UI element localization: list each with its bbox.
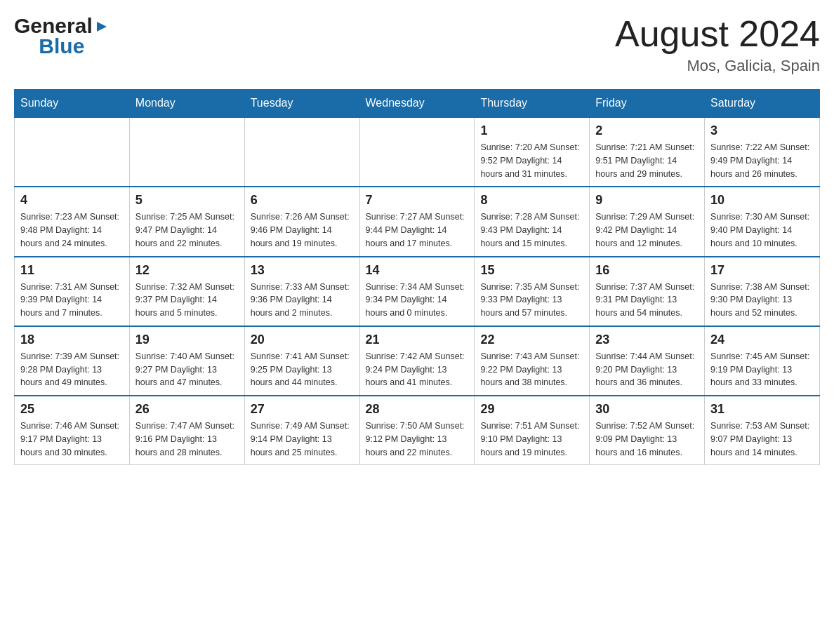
table-row: 1Sunrise: 7:20 AM Sunset: 9:52 PM Daylig… xyxy=(475,117,590,187)
table-row: 5Sunrise: 7:25 AM Sunset: 9:47 PM Daylig… xyxy=(129,187,244,256)
col-saturday: Saturday xyxy=(705,90,820,118)
title-section: August 2024 Mos, Galicia, Spain xyxy=(615,14,820,75)
day-info: Sunrise: 7:51 AM Sunset: 9:10 PM Dayligh… xyxy=(480,420,583,459)
table-row: 17Sunrise: 7:38 AM Sunset: 9:30 PM Dayli… xyxy=(705,257,820,326)
table-row: 14Sunrise: 7:34 AM Sunset: 9:34 PM Dayli… xyxy=(359,257,475,326)
day-number: 28 xyxy=(366,402,469,417)
day-info: Sunrise: 7:39 AM Sunset: 9:28 PM Dayligh… xyxy=(20,350,124,389)
day-info: Sunrise: 7:34 AM Sunset: 9:34 PM Dayligh… xyxy=(366,281,469,320)
day-number: 13 xyxy=(251,263,354,278)
table-row: 2Sunrise: 7:21 AM Sunset: 9:51 PM Daylig… xyxy=(590,117,705,187)
day-number: 23 xyxy=(595,333,699,347)
day-info: Sunrise: 7:44 AM Sunset: 9:20 PM Dayligh… xyxy=(595,350,699,389)
table-row: 27Sunrise: 7:49 AM Sunset: 9:14 PM Dayli… xyxy=(244,396,359,465)
table-row xyxy=(129,117,244,187)
day-number: 31 xyxy=(710,402,814,417)
day-number: 20 xyxy=(251,333,354,347)
day-info: Sunrise: 7:52 AM Sunset: 9:09 PM Dayligh… xyxy=(595,420,699,459)
day-info: Sunrise: 7:53 AM Sunset: 9:07 PM Dayligh… xyxy=(710,420,814,459)
table-row: 23Sunrise: 7:44 AM Sunset: 9:20 PM Dayli… xyxy=(590,326,705,396)
day-number: 22 xyxy=(480,333,583,347)
calendar-header-row: Sunday Monday Tuesday Wednesday Thursday… xyxy=(15,90,820,118)
table-row: 21Sunrise: 7:42 AM Sunset: 9:24 PM Dayli… xyxy=(359,326,475,396)
location-title: Mos, Galicia, Spain xyxy=(615,57,820,75)
table-row: 4Sunrise: 7:23 AM Sunset: 9:48 PM Daylig… xyxy=(15,187,130,256)
col-tuesday: Tuesday xyxy=(244,90,359,118)
day-number: 18 xyxy=(20,333,124,347)
day-info: Sunrise: 7:43 AM Sunset: 9:22 PM Dayligh… xyxy=(480,350,583,389)
table-row: 31Sunrise: 7:53 AM Sunset: 9:07 PM Dayli… xyxy=(705,396,820,465)
day-number: 7 xyxy=(366,193,469,208)
day-info: Sunrise: 7:33 AM Sunset: 9:36 PM Dayligh… xyxy=(251,281,354,320)
page-header: General Blue August 2024 Mos, Galicia, S… xyxy=(14,14,820,75)
day-number: 14 xyxy=(366,263,469,278)
day-info: Sunrise: 7:22 AM Sunset: 9:49 PM Dayligh… xyxy=(710,141,814,180)
day-info: Sunrise: 7:38 AM Sunset: 9:30 PM Dayligh… xyxy=(710,281,814,320)
day-number: 16 xyxy=(595,263,699,278)
day-number: 3 xyxy=(710,123,814,138)
col-wednesday: Wednesday xyxy=(359,90,475,118)
day-number: 19 xyxy=(135,333,239,347)
day-info: Sunrise: 7:32 AM Sunset: 9:37 PM Dayligh… xyxy=(135,281,239,320)
table-row: 11Sunrise: 7:31 AM Sunset: 9:39 PM Dayli… xyxy=(15,257,130,326)
table-row: 3Sunrise: 7:22 AM Sunset: 9:49 PM Daylig… xyxy=(705,117,820,187)
day-number: 4 xyxy=(20,193,124,208)
day-number: 24 xyxy=(710,333,814,347)
col-thursday: Thursday xyxy=(475,90,590,118)
col-friday: Friday xyxy=(590,90,705,118)
day-number: 10 xyxy=(710,193,814,208)
day-info: Sunrise: 7:41 AM Sunset: 9:25 PM Dayligh… xyxy=(251,350,354,389)
day-info: Sunrise: 7:47 AM Sunset: 9:16 PM Dayligh… xyxy=(135,420,239,459)
day-info: Sunrise: 7:26 AM Sunset: 9:46 PM Dayligh… xyxy=(251,210,354,250)
table-row: 10Sunrise: 7:30 AM Sunset: 9:40 PM Dayli… xyxy=(705,187,820,256)
day-number: 12 xyxy=(135,263,239,278)
day-number: 17 xyxy=(710,263,814,278)
table-row: 19Sunrise: 7:40 AM Sunset: 9:27 PM Dayli… xyxy=(129,326,244,396)
day-info: Sunrise: 7:31 AM Sunset: 9:39 PM Dayligh… xyxy=(20,281,124,320)
day-number: 30 xyxy=(595,402,699,417)
table-row: 9Sunrise: 7:29 AM Sunset: 9:42 PM Daylig… xyxy=(590,187,705,256)
table-row: 18Sunrise: 7:39 AM Sunset: 9:28 PM Dayli… xyxy=(15,326,130,396)
day-number: 5 xyxy=(135,193,239,208)
day-info: Sunrise: 7:27 AM Sunset: 9:44 PM Dayligh… xyxy=(366,210,469,250)
logo: General Blue xyxy=(14,14,110,58)
day-info: Sunrise: 7:25 AM Sunset: 9:47 PM Dayligh… xyxy=(135,210,239,250)
day-info: Sunrise: 7:37 AM Sunset: 9:31 PM Dayligh… xyxy=(595,281,699,320)
logo-arrow-icon xyxy=(94,15,110,36)
table-row: 8Sunrise: 7:28 AM Sunset: 9:43 PM Daylig… xyxy=(475,187,590,256)
table-row: 20Sunrise: 7:41 AM Sunset: 9:25 PM Dayli… xyxy=(244,326,359,396)
day-info: Sunrise: 7:20 AM Sunset: 9:52 PM Dayligh… xyxy=(480,141,583,180)
day-info: Sunrise: 7:29 AM Sunset: 9:42 PM Dayligh… xyxy=(595,210,699,250)
table-row: 7Sunrise: 7:27 AM Sunset: 9:44 PM Daylig… xyxy=(359,187,475,256)
day-number: 15 xyxy=(480,263,583,278)
calendar-week-row: 18Sunrise: 7:39 AM Sunset: 9:28 PM Dayli… xyxy=(15,326,820,396)
table-row xyxy=(359,117,475,187)
day-number: 6 xyxy=(251,193,354,208)
day-number: 2 xyxy=(595,123,699,138)
day-info: Sunrise: 7:35 AM Sunset: 9:33 PM Dayligh… xyxy=(480,281,583,320)
day-number: 25 xyxy=(20,402,124,417)
day-info: Sunrise: 7:40 AM Sunset: 9:27 PM Dayligh… xyxy=(135,350,239,389)
month-title: August 2024 xyxy=(615,14,820,54)
day-number: 11 xyxy=(20,263,124,278)
day-info: Sunrise: 7:45 AM Sunset: 9:19 PM Dayligh… xyxy=(710,350,814,389)
table-row: 13Sunrise: 7:33 AM Sunset: 9:36 PM Dayli… xyxy=(244,257,359,326)
svg-marker-0 xyxy=(97,22,107,32)
logo-blue-text: Blue xyxy=(14,34,110,58)
table-row: 30Sunrise: 7:52 AM Sunset: 9:09 PM Dayli… xyxy=(590,396,705,465)
day-info: Sunrise: 7:46 AM Sunset: 9:17 PM Dayligh… xyxy=(20,420,124,459)
col-sunday: Sunday xyxy=(15,90,130,118)
table-row: 12Sunrise: 7:32 AM Sunset: 9:37 PM Dayli… xyxy=(129,257,244,326)
day-number: 9 xyxy=(595,193,699,208)
day-number: 8 xyxy=(480,193,583,208)
day-info: Sunrise: 7:21 AM Sunset: 9:51 PM Dayligh… xyxy=(595,141,699,180)
table-row: 24Sunrise: 7:45 AM Sunset: 9:19 PM Dayli… xyxy=(705,326,820,396)
day-number: 27 xyxy=(251,402,354,417)
table-row: 26Sunrise: 7:47 AM Sunset: 9:16 PM Dayli… xyxy=(129,396,244,465)
col-monday: Monday xyxy=(129,90,244,118)
calendar-week-row: 1Sunrise: 7:20 AM Sunset: 9:52 PM Daylig… xyxy=(15,117,820,187)
table-row: 6Sunrise: 7:26 AM Sunset: 9:46 PM Daylig… xyxy=(244,187,359,256)
table-row: 25Sunrise: 7:46 AM Sunset: 9:17 PM Dayli… xyxy=(15,396,130,465)
day-number: 1 xyxy=(480,123,583,138)
table-row: 16Sunrise: 7:37 AM Sunset: 9:31 PM Dayli… xyxy=(590,257,705,326)
